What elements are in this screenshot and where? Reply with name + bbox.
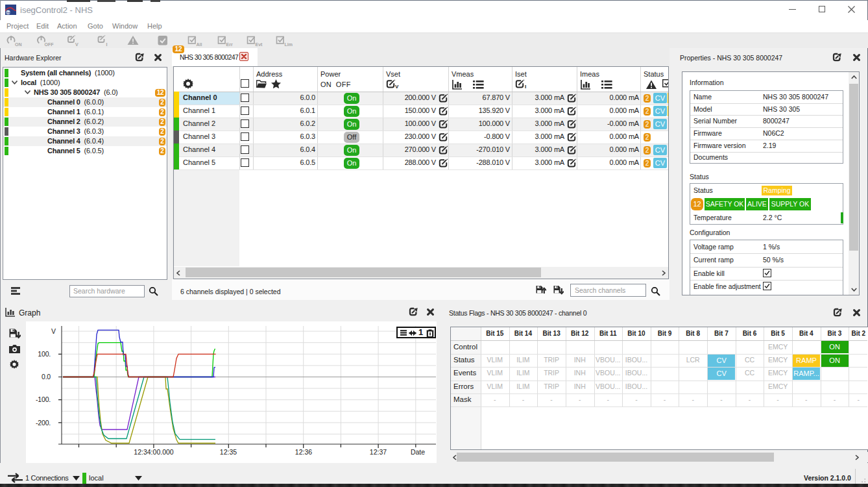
svg-text:ON: ON — [15, 42, 22, 47]
svg-text:All: All — [197, 42, 202, 47]
svg-text:iseg: iseg — [6, 11, 12, 14]
svg-text:Evt: Evt — [256, 42, 263, 47]
svg-text:Lim: Lim — [285, 42, 293, 47]
svg-text:V: V — [75, 42, 78, 47]
svg-text:I: I — [106, 42, 108, 47]
svg-text:OFF: OFF — [45, 42, 54, 47]
svg-text:Err: Err — [226, 42, 233, 47]
